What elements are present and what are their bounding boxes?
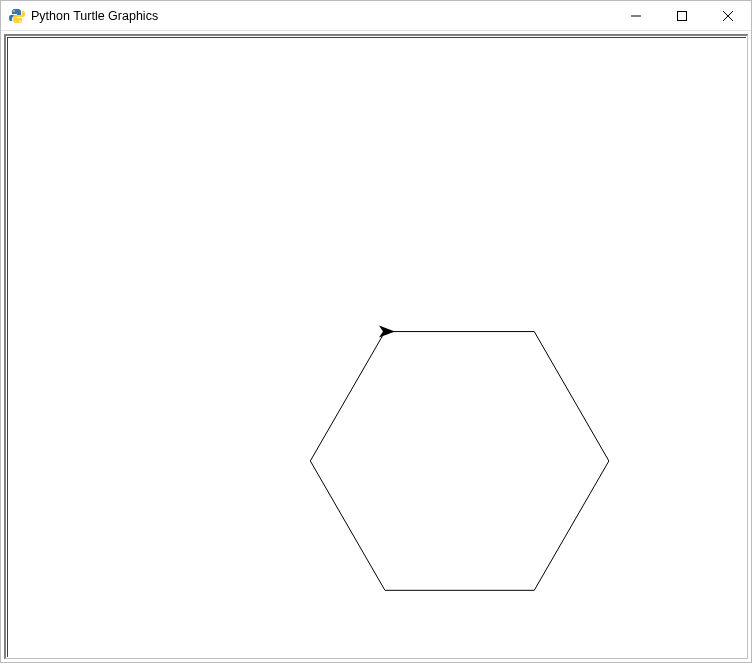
application-window: Python Turtle Graphics — [0, 0, 752, 663]
svg-point-0 — [13, 10, 15, 12]
app-icon — [9, 8, 25, 24]
canvas-border — [4, 34, 748, 659]
turtle-drawing-area — [8, 38, 746, 657]
close-icon — [723, 11, 733, 21]
minimize-icon — [631, 11, 641, 21]
svg-point-1 — [19, 20, 21, 22]
window-title: Python Turtle Graphics — [31, 9, 613, 23]
hexagon-shape — [310, 332, 609, 591]
turtle-cursor-icon — [379, 326, 395, 338]
titlebar[interactable]: Python Turtle Graphics — [1, 1, 751, 31]
canvas-container — [1, 31, 751, 662]
maximize-icon — [677, 11, 687, 21]
window-controls — [613, 1, 751, 30]
svg-rect-3 — [678, 11, 687, 20]
minimize-button[interactable] — [613, 1, 659, 30]
turtle-canvas — [7, 37, 746, 657]
close-button[interactable] — [705, 1, 751, 30]
maximize-button[interactable] — [659, 1, 705, 30]
